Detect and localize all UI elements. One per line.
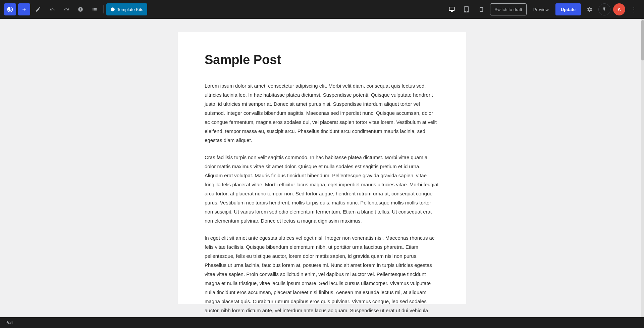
toolbar-divider xyxy=(103,5,104,13)
switch-to-draft-button[interactable]: Switch to draft xyxy=(490,3,526,15)
tablet-icon xyxy=(464,6,470,12)
list-view-button[interactable] xyxy=(89,3,101,15)
post-title[interactable]: Sample Post xyxy=(205,52,439,68)
pencil-icon xyxy=(35,6,41,12)
template-kits-icon xyxy=(110,7,115,12)
bottom-bar: Post xyxy=(0,317,644,328)
bolt-icon xyxy=(602,7,607,12)
wp-logo-button[interactable] xyxy=(4,3,16,15)
mobile-icon xyxy=(479,7,484,12)
main-toolbar: + xyxy=(0,0,644,19)
editor-area: Sample Post Lorem ipsum dolor sit amet, … xyxy=(0,19,644,317)
preview-button[interactable]: Preview xyxy=(529,3,553,15)
plugin-icon-button[interactable] xyxy=(598,3,610,15)
info-button[interactable] xyxy=(74,3,87,15)
paragraph-2[interactable]: Cras facilisis turpis non velit sagittis… xyxy=(205,153,439,225)
undo-icon xyxy=(50,7,55,12)
desktop-view-button[interactable] xyxy=(446,3,458,15)
settings-icon xyxy=(587,6,593,12)
undo-button[interactable] xyxy=(46,3,58,15)
user-avatar-letter: A xyxy=(618,7,621,12)
toolbar-left: + xyxy=(4,3,443,15)
info-icon xyxy=(78,7,83,12)
desktop-icon xyxy=(449,6,455,12)
more-options-button[interactable]: ⋮ xyxy=(628,3,640,15)
post-body[interactable]: Lorem ipsum dolor sit amet, consectetur … xyxy=(205,81,439,317)
mobile-view-button[interactable] xyxy=(475,3,487,15)
svg-point-0 xyxy=(111,7,115,11)
paragraph-3[interactable]: In eget elit sit amet ante egestas ultri… xyxy=(205,233,439,317)
preview-label: Preview xyxy=(533,7,549,12)
template-kits-button[interactable]: Template Kits xyxy=(106,3,147,15)
template-kits-label: Template Kits xyxy=(117,7,143,12)
bottom-bar-label: Post xyxy=(5,320,13,325)
post-content: Sample Post Lorem ipsum dolor sit amet, … xyxy=(178,32,466,304)
redo-button[interactable] xyxy=(60,3,72,15)
toolbar-right: Switch to draft Preview Update A ⋮ xyxy=(446,3,640,15)
scrollbar-track[interactable] xyxy=(641,19,644,317)
switch-to-draft-label: Switch to draft xyxy=(494,7,522,12)
tablet-view-button[interactable] xyxy=(461,3,473,15)
wp-logo-icon xyxy=(7,6,13,13)
scrollbar-thumb[interactable] xyxy=(641,20,644,60)
redo-icon xyxy=(64,7,69,12)
user-avatar-button[interactable]: A xyxy=(613,3,625,15)
update-button[interactable]: Update xyxy=(555,3,581,15)
list-view-icon xyxy=(92,7,97,12)
paragraph-1[interactable]: Lorem ipsum dolor sit amet, consectetur … xyxy=(205,81,439,145)
settings-button[interactable] xyxy=(584,3,596,15)
edit-tools-button[interactable] xyxy=(32,3,44,15)
add-block-button[interactable]: + xyxy=(18,3,30,15)
update-label: Update xyxy=(561,7,576,12)
